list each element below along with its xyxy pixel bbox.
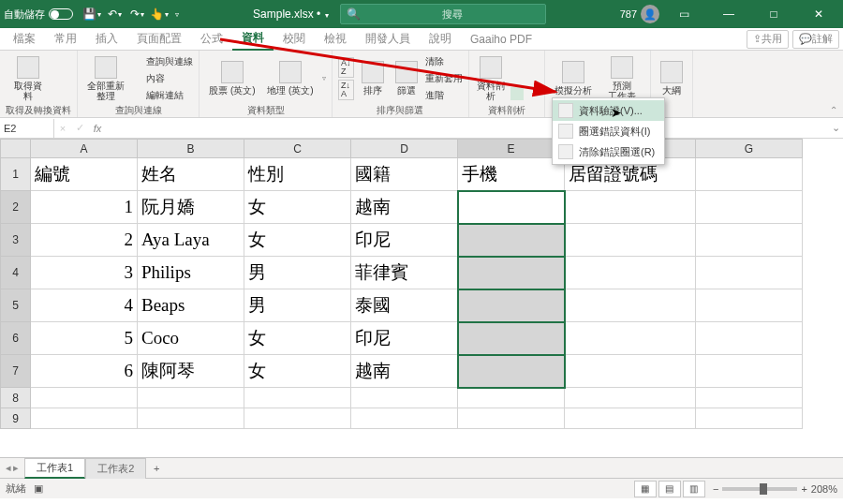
status-mode: 就緒 [6,482,26,496]
redo-icon[interactable]: ↷▾ [129,7,144,22]
menu-data-validation[interactable]: 資料驗證(V)... [553,100,664,121]
sheet-tab-2[interactable]: 工作表2 [85,458,146,479]
tab-developer[interactable]: 開發人員 [356,28,420,51]
view-normal-icon[interactable]: ▦ [634,481,657,497]
relationships-icon[interactable] [525,72,539,85]
forecast-icon [611,56,633,79]
search-box[interactable]: 🔍 [340,4,546,24]
remove-dup-icon[interactable] [525,57,539,70]
table-row: 8 [1,388,803,408]
sheet-nav-prev-icon[interactable]: ◂ [6,462,11,474]
reapply-link[interactable]: 重新套用 [425,71,463,86]
toggle-off-icon [49,8,73,20]
select-all-corner[interactable] [1,140,31,158]
geography-icon [279,61,302,83]
share-button[interactable]: ⇪ 共用 [747,30,789,49]
menu-clear-circles[interactable]: 清除錯誤圈選(R) [553,141,664,162]
formula-bar: E2 × ✓ fx ⌄ [0,118,843,139]
data-validation-button[interactable] [510,87,524,100]
forecast-button[interactable]: 預測 工作表 [599,54,644,103]
sort-button[interactable]: 排序 [358,59,388,97]
undo-icon[interactable]: ↶▾ [107,7,122,22]
cursor-icon: ➤ [611,105,622,120]
consolidate-icon[interactable] [510,72,524,85]
tab-file[interactable]: 檔案 [4,28,45,51]
tab-pagelayout[interactable]: 頁面配置 [127,28,191,51]
view-pagebreak-icon[interactable]: ▥ [683,481,705,497]
from-table-icon[interactable] [54,88,69,103]
tab-home[interactable]: 常用 [45,28,86,51]
zoom-out-icon[interactable]: − [713,483,718,495]
ribbon-body: 取得資 料 取得及轉換資料 全部重新整理 查詢與連線 內容 編輯連結 查詢與連線… [0,51,843,118]
geography-button[interactable]: 地理 (英文) [263,59,318,97]
menu-circle-invalid[interactable]: 圈選錯誤資料(I) [553,121,664,141]
refresh-all-button[interactable]: 全部重新整理 [83,54,128,103]
whatif-button[interactable]: 模擬分析 [551,59,596,97]
outline-button[interactable]: 大綱 [657,59,687,97]
comments-button[interactable]: 💬 註解 [792,30,839,49]
column-headers[interactable]: A B C D E F G [1,140,803,158]
queries-link[interactable]: 查詢與連線 [132,54,193,69]
text-to-columns-icon [480,56,502,79]
touch-icon[interactable]: 👆▾ [152,7,167,22]
refresh-icon [95,56,117,79]
text-to-columns-button[interactable]: 資料剖析 [475,54,507,103]
search-input[interactable] [366,8,540,20]
advanced-link[interactable]: 進階 [425,88,463,103]
sort-az-button[interactable]: A↓Z [338,57,354,78]
user-badge[interactable]: 787 👤 [620,5,659,23]
avatar-icon: 👤 [641,5,659,23]
tab-formulas[interactable]: 公式 [191,28,232,51]
manage-model-icon[interactable] [525,87,539,100]
properties-link[interactable]: 內容 [132,71,193,86]
add-sheet-button[interactable]: + [146,463,167,474]
record-macro-icon[interactable]: ▣ [34,482,43,495]
get-data-button[interactable]: 取得資 料 [6,54,51,103]
maximize-icon[interactable]: □ [753,0,794,28]
clear-circles-icon [558,144,573,159]
autosave-toggle[interactable]: 自動儲存 [4,7,73,22]
tab-review[interactable]: 校閱 [274,28,315,51]
clear-filter-link[interactable]: 清除 [425,54,463,69]
active-cell[interactable] [458,191,565,224]
tab-help[interactable]: 說明 [420,28,461,51]
save-icon[interactable]: 💾▾ [84,7,99,22]
stocks-button[interactable]: 股票 (英文) [205,59,259,97]
spreadsheet-grid[interactable]: A B C D E F G 1 編號姓名性別國籍手機居留證號碼 2 1阮月嬌女越… [0,139,843,457]
status-bar: 就緒 ▣ ▦ ▤ ▥ − + 208% [0,478,843,498]
fx-icon[interactable]: fx [88,123,107,134]
table-row: 9 [1,408,803,429]
validate-icon [558,103,573,118]
table-row: 4 3Philips男菲律賓 [1,257,803,289]
ribbon-options-icon[interactable]: ▭ [663,0,704,28]
table-row: 5 4Beaps男泰國 [1,289,803,322]
table-row: 7 6陳阿琴女越南 [1,355,803,388]
view-pagelayout-icon[interactable]: ▤ [658,481,681,497]
from-web-icon[interactable] [54,71,69,86]
expand-formula-icon[interactable]: ⌄ [828,122,843,134]
zoom-in-icon[interactable]: + [801,483,806,495]
tab-view[interactable]: 檢視 [315,28,356,51]
close-icon[interactable]: ✕ [798,0,839,28]
search-icon: 🔍 [347,7,361,21]
fx-confirm-icon[interactable]: ✓ [71,122,88,134]
tab-insert[interactable]: 插入 [86,28,127,51]
circle-invalid-icon [558,124,573,139]
edit-links-link[interactable]: 編輯連結 [132,88,193,103]
name-box[interactable]: E2 [0,119,54,138]
tab-data[interactable]: 資料 [232,28,274,51]
collapse-ribbon-icon[interactable]: ⌃ [830,105,837,115]
fx-cancel-icon[interactable]: × [54,123,71,134]
filter-button[interactable]: 篩選 [392,59,422,97]
zoom-slider[interactable] [722,487,797,491]
file-name[interactable]: Sample.xlsx • ▾ [253,7,329,21]
from-text-icon[interactable] [54,54,69,69]
zoom-level[interactable]: 208% [811,483,837,495]
minimize-icon[interactable]: — [708,0,749,28]
sheet-nav-next-icon[interactable]: ▸ [13,462,19,474]
flash-fill-icon[interactable] [510,57,524,70]
sheet-tab-1[interactable]: 工作表1 [24,458,85,479]
sort-za-button[interactable]: Z↓A [338,80,354,100]
tab-gaaiho[interactable]: Gaaiho PDF [461,28,541,51]
stocks-icon [221,61,244,83]
